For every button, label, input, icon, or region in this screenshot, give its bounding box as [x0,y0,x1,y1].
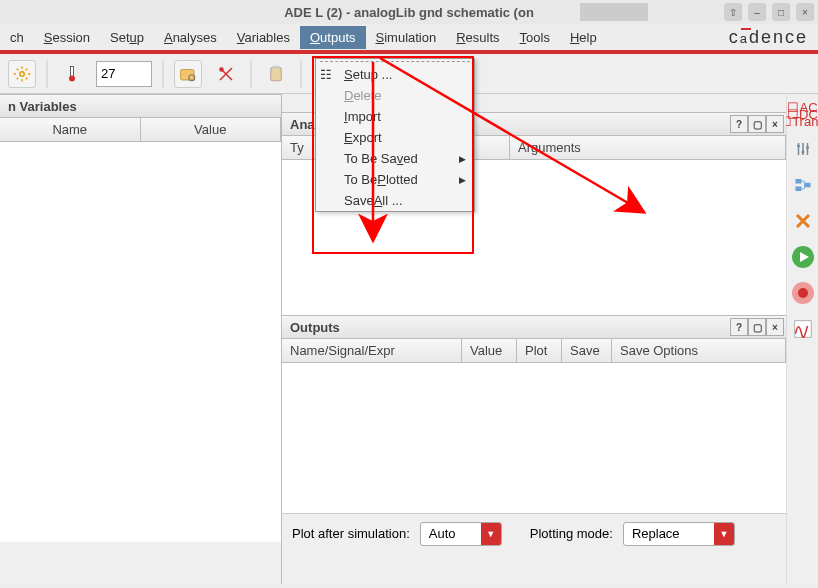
dropdown-to-be-plotted[interactable]: To Be Plotted▶ [316,169,474,190]
plotting-mode-label: Plotting mode: [530,526,613,541]
netlist-icon[interactable] [791,173,815,197]
svg-point-10 [801,151,804,154]
col-value[interactable]: Value [462,339,517,362]
dropdown-export[interactable]: Export [316,127,474,148]
col-plot[interactable]: Plot [517,339,562,362]
minimize-button[interactable]: – [748,3,766,21]
submenu-arrow-icon: ▶ [459,154,466,164]
col-save-options[interactable]: Save Options [612,339,786,362]
svg-rect-14 [804,183,810,188]
dropdown-to-be-saved[interactable]: To Be Saved▶ [316,148,474,169]
submenu-arrow-icon: ▶ [459,175,466,185]
menu-ch[interactable]: ch [0,26,34,49]
variables-table-body[interactable] [0,142,281,542]
sliders-icon[interactable] [791,137,815,161]
menu-session[interactable]: Session [34,26,100,49]
plot-after-value: Auto [421,526,481,541]
undock-icon[interactable]: ▢ [748,115,766,133]
variables-table-header: Name Value [0,118,281,142]
menu-results[interactable]: Results [446,26,509,49]
side-toolbar: ☐AC ☐DC ☐Trans [786,94,818,584]
menu-variables[interactable]: Variables [227,26,300,49]
design-variables-panel: n Variables Name Value [0,94,282,584]
folder-gear-icon[interactable] [174,60,202,88]
run-icon[interactable] [791,245,815,269]
pin-button[interactable]: ⇧ [724,3,742,21]
variables-title-text: n Variables [8,99,77,114]
menu-outputs[interactable]: Outputs [300,26,366,49]
temperature-input[interactable] [96,61,152,87]
analyses-mode-icon[interactable]: ☐AC ☐DC ☐Trans [791,104,815,125]
svg-point-9 [797,145,800,148]
svg-rect-12 [795,179,801,184]
dropdown-save-all-[interactable]: Save All ... [316,190,474,211]
menu-simulation[interactable]: Simulation [366,26,447,49]
plot-after-label: Plot after simulation: [292,526,410,541]
dropdown-delete: Delete [316,85,474,106]
col-name[interactable]: Name [0,118,141,141]
svg-rect-7 [273,65,279,68]
delete-icon[interactable] [791,209,815,233]
gear-icon[interactable] [8,60,36,88]
svg-rect-6 [271,67,282,81]
svg-point-17 [798,288,808,298]
brand-logo: cadence [729,27,808,48]
chevron-down-icon[interactable]: ▼ [714,522,734,546]
maximize-button[interactable]: □ [772,3,790,21]
plotting-mode-combo[interactable]: Replace ▼ [623,522,735,546]
dropdown-setup-[interactable]: ☷Setup ... [316,64,474,85]
close-panel-icon[interactable]: × [766,318,784,336]
menu-help[interactable]: Help [560,26,607,49]
menu-setup[interactable]: Setup [100,26,154,49]
plot-options-bar: Plot after simulation: Auto ▼ Plotting m… [282,513,786,553]
title-smudge [580,3,648,21]
col-save[interactable]: Save [562,339,612,362]
outputs-dropdown: ☷Setup ...DeleteImportExportTo Be Saved▶… [315,58,475,212]
variables-panel-title: n Variables [0,94,281,118]
clipboard-icon[interactable] [262,60,290,88]
close-panel-icon[interactable]: × [766,115,784,133]
menu-tools[interactable]: Tools [510,26,560,49]
window-title: ADE L (2) - analogLib gnd schematic (on [284,5,534,20]
plot-after-combo[interactable]: Auto ▼ [420,522,502,546]
menu-analyses[interactable]: Analyses [154,26,227,49]
col-name-signal[interactable]: Name/Signal/Expr [282,339,462,362]
menu-bar: chSessionSetupAnalysesVariablesOutputsSi… [0,24,818,54]
svg-rect-13 [795,187,801,192]
chevron-down-icon[interactable]: ▼ [481,522,501,546]
plotting-mode-value: Replace [624,526,714,541]
svg-point-5 [219,67,224,72]
title-bar: ADE L (2) - analogLib gnd schematic (on … [0,0,818,24]
svg-point-11 [806,146,809,149]
close-button[interactable]: × [796,3,814,21]
svg-point-2 [69,75,75,81]
outputs-title-text: Outputs [290,320,340,335]
outputs-panel-title: Outputs ? ▢ × [282,315,786,339]
svg-rect-1 [71,66,74,77]
dropdown-import[interactable]: Import [316,106,474,127]
help-icon[interactable]: ? [730,115,748,133]
col-arguments[interactable]: Arguments [510,136,786,159]
help-icon[interactable]: ? [730,318,748,336]
setup-icon: ☷ [320,67,332,82]
stop-icon[interactable] [791,281,815,305]
analyses-title-text: Ana [290,117,315,132]
svg-point-0 [20,71,25,76]
delete-var-icon[interactable] [212,60,240,88]
col-value[interactable]: Value [141,118,282,141]
outputs-table-header: Name/Signal/Expr Value Plot Save Save Op… [282,339,786,363]
waveform-icon[interactable] [791,317,815,341]
outputs-table-body[interactable] [282,363,786,513]
thermometer-icon[interactable] [58,60,86,88]
undock-icon[interactable]: ▢ [748,318,766,336]
